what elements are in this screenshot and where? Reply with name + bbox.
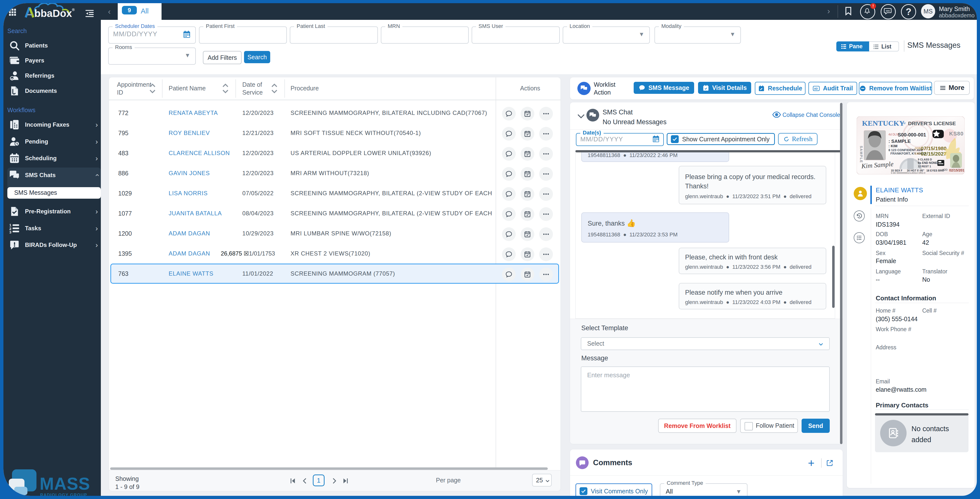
svg-text:9 CLASS D: 9 CLASS D (918, 158, 932, 161)
svg-text:5 DD 0000000001CL00314 ORG-0: 5 DD 0000000001CL00314 ORG-0 (891, 172, 926, 174)
svg-text:4d DLN: 4d DLN (888, 133, 899, 136)
svg-text:9a END NONE: 9a END NONE (918, 161, 937, 164)
svg-text:12 REST 1: 12 REST 1 (918, 165, 931, 168)
svg-text:DRIVER'S LICENSE: DRIVER'S LICENSE (908, 121, 956, 126)
svg-text:: KIM: : KIM (888, 144, 897, 148)
svg-text:02/15/2027: 02/15/2027 (921, 151, 947, 156)
svg-text:18 EYES BRO: 18 EYES BRO (926, 169, 944, 172)
svg-text:SMS: SMS (886, 10, 890, 12)
svg-text:SAMPLE: SAMPLE (859, 146, 863, 163)
svg-text:KS80: KS80 (949, 131, 964, 137)
svg-text:KENTUCKY: KENTUCKY (862, 119, 905, 127)
svg-text:EXP: EXP (915, 152, 920, 155)
svg-text:ADD: ADD (942, 169, 947, 171)
svg-text:DOB: DOB (915, 147, 921, 150)
svg-text:07/15/1980: 07/15/1980 (921, 145, 947, 151)
svg-text:FRANKFORT, KY 40622: FRANKFORT, KY 40622 (891, 151, 926, 155)
svg-text:TM: TM (902, 122, 905, 125)
svg-text:AD: AD (814, 87, 818, 90)
svg-text:S00-000-001: S00-000-001 (898, 132, 926, 137)
svg-text:3: 3 (9, 230, 11, 234)
svg-text:: SAMPLE: : SAMPLE (888, 139, 911, 144)
svg-text:02/15/2019: 02/15/2019 (949, 168, 964, 172)
